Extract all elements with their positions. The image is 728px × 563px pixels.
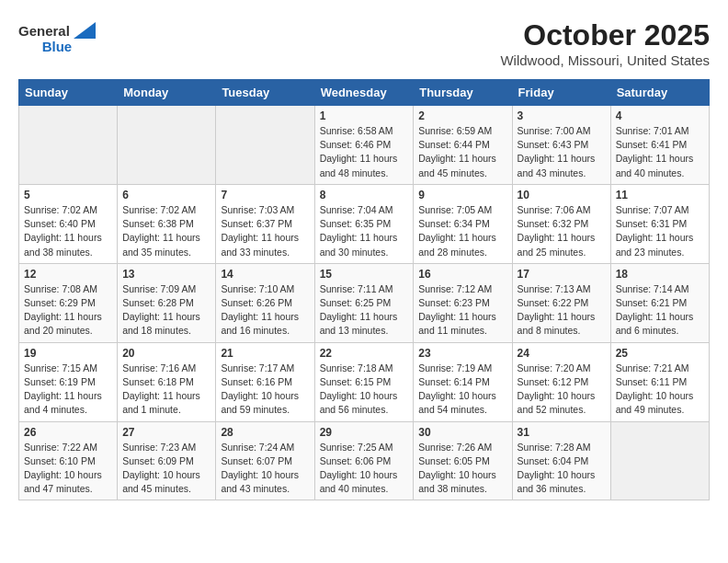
day-info: Sunrise: 7:06 AM Sunset: 6:32 PM Dayligh… (518, 203, 606, 259)
weekday-header-thursday: Thursday (414, 80, 512, 106)
calendar-header-row: SundayMondayTuesdayWednesdayThursdayFrid… (19, 80, 710, 106)
day-number: 9 (418, 189, 506, 201)
day-cell: 26Sunrise: 7:22 AM Sunset: 6:10 PM Dayli… (19, 421, 118, 500)
weekday-header-tuesday: Tuesday (216, 80, 314, 106)
day-info: Sunrise: 7:26 AM Sunset: 6:05 PM Dayligh… (418, 441, 506, 497)
day-number: 10 (518, 189, 606, 201)
day-cell: 16Sunrise: 7:12 AM Sunset: 6:23 PM Dayli… (414, 263, 512, 342)
day-number: 28 (221, 426, 309, 439)
day-number: 14 (221, 268, 309, 281)
day-cell (610, 421, 709, 500)
day-info: Sunrise: 7:19 AM Sunset: 6:14 PM Dayligh… (418, 362, 506, 418)
logo-icon (74, 22, 96, 39)
logo: General Blue (18, 22, 96, 55)
day-info: Sunrise: 7:17 AM Sunset: 6:16 PM Dayligh… (221, 362, 309, 418)
day-number: 31 (518, 426, 606, 439)
day-number: 29 (320, 426, 409, 439)
day-cell: 2Sunrise: 6:59 AM Sunset: 6:44 PM Daylig… (414, 106, 512, 185)
day-cell: 7Sunrise: 7:03 AM Sunset: 6:37 PM Daylig… (216, 184, 314, 263)
day-cell (216, 106, 314, 185)
day-number: 24 (518, 347, 606, 360)
day-number: 20 (122, 347, 210, 360)
day-cell: 12Sunrise: 7:08 AM Sunset: 6:29 PM Dayli… (19, 263, 118, 342)
day-cell: 8Sunrise: 7:04 AM Sunset: 6:35 PM Daylig… (314, 184, 414, 263)
day-cell (19, 106, 118, 185)
day-cell: 28Sunrise: 7:24 AM Sunset: 6:07 PM Dayli… (216, 421, 314, 500)
day-info: Sunrise: 7:23 AM Sunset: 6:09 PM Dayligh… (122, 441, 210, 497)
day-number: 25 (616, 347, 704, 360)
day-info: Sunrise: 7:13 AM Sunset: 6:22 PM Dayligh… (518, 282, 606, 339)
day-info: Sunrise: 7:08 AM Sunset: 6:29 PM Dayligh… (24, 282, 112, 339)
day-cell: 19Sunrise: 7:15 AM Sunset: 6:19 PM Dayli… (19, 342, 118, 421)
day-cell: 4Sunrise: 7:01 AM Sunset: 6:41 PM Daylig… (610, 106, 709, 185)
weekday-header-friday: Friday (512, 80, 610, 106)
day-number: 21 (221, 347, 309, 360)
day-number: 1 (320, 109, 409, 122)
day-cell: 15Sunrise: 7:11 AM Sunset: 6:25 PM Dayli… (314, 263, 414, 342)
day-number: 18 (616, 268, 704, 281)
day-cell: 5Sunrise: 7:02 AM Sunset: 6:40 PM Daylig… (19, 184, 118, 263)
day-info: Sunrise: 7:18 AM Sunset: 6:15 PM Dayligh… (320, 362, 409, 418)
calendar-table: SundayMondayTuesdayWednesdayThursdayFrid… (18, 79, 710, 500)
day-number: 19 (24, 347, 112, 360)
weekday-header-wednesday: Wednesday (314, 80, 414, 106)
day-cell: 14Sunrise: 7:10 AM Sunset: 6:26 PM Dayli… (216, 263, 314, 342)
day-info: Sunrise: 7:10 AM Sunset: 6:26 PM Dayligh… (221, 282, 309, 339)
calendar-body: 1Sunrise: 6:58 AM Sunset: 6:46 PM Daylig… (19, 106, 710, 500)
day-info: Sunrise: 7:07 AM Sunset: 6:31 PM Dayligh… (616, 203, 704, 259)
day-cell: 18Sunrise: 7:14 AM Sunset: 6:21 PM Dayli… (610, 263, 709, 342)
logo-general-text: General (18, 23, 70, 39)
day-cell: 6Sunrise: 7:02 AM Sunset: 6:38 PM Daylig… (118, 184, 216, 263)
day-info: Sunrise: 7:02 AM Sunset: 6:38 PM Dayligh… (122, 203, 210, 259)
day-info: Sunrise: 7:28 AM Sunset: 6:04 PM Dayligh… (518, 441, 606, 497)
day-cell: 20Sunrise: 7:16 AM Sunset: 6:18 PM Dayli… (118, 342, 216, 421)
week-row-4: 19Sunrise: 7:15 AM Sunset: 6:19 PM Dayli… (19, 342, 710, 421)
day-info: Sunrise: 7:02 AM Sunset: 6:40 PM Dayligh… (24, 203, 112, 259)
day-info: Sunrise: 7:20 AM Sunset: 6:12 PM Dayligh… (518, 362, 606, 418)
day-info: Sunrise: 6:59 AM Sunset: 6:44 PM Dayligh… (418, 124, 506, 180)
day-cell: 22Sunrise: 7:18 AM Sunset: 6:15 PM Dayli… (314, 342, 414, 421)
day-cell: 17Sunrise: 7:13 AM Sunset: 6:22 PM Dayli… (512, 263, 610, 342)
day-cell: 11Sunrise: 7:07 AM Sunset: 6:31 PM Dayli… (610, 184, 709, 263)
day-cell: 30Sunrise: 7:26 AM Sunset: 6:05 PM Dayli… (414, 421, 512, 500)
day-number: 3 (518, 109, 606, 122)
day-number: 6 (122, 189, 210, 201)
day-info: Sunrise: 7:11 AM Sunset: 6:25 PM Dayligh… (320, 282, 409, 339)
logo-blue-text: Blue (42, 39, 73, 54)
day-number: 8 (320, 189, 409, 201)
weekday-header-sunday: Sunday (19, 80, 118, 106)
week-row-2: 5Sunrise: 7:02 AM Sunset: 6:40 PM Daylig… (19, 184, 710, 263)
day-cell: 23Sunrise: 7:19 AM Sunset: 6:14 PM Dayli… (414, 342, 512, 421)
day-number: 12 (24, 268, 112, 281)
day-info: Sunrise: 7:25 AM Sunset: 6:06 PM Dayligh… (320, 441, 409, 497)
day-number: 2 (418, 109, 506, 122)
day-cell: 10Sunrise: 7:06 AM Sunset: 6:32 PM Dayli… (512, 184, 610, 263)
day-number: 4 (616, 109, 704, 122)
day-number: 22 (320, 347, 409, 360)
day-number: 17 (518, 268, 606, 281)
day-info: Sunrise: 7:00 AM Sunset: 6:43 PM Dayligh… (518, 124, 606, 180)
day-cell: 1Sunrise: 6:58 AM Sunset: 6:46 PM Daylig… (314, 106, 414, 185)
day-number: 7 (221, 189, 309, 201)
day-cell (118, 106, 216, 185)
day-info: Sunrise: 7:16 AM Sunset: 6:18 PM Dayligh… (122, 362, 210, 418)
day-cell: 31Sunrise: 7:28 AM Sunset: 6:04 PM Dayli… (512, 421, 610, 500)
day-number: 26 (24, 426, 112, 439)
day-info: Sunrise: 7:14 AM Sunset: 6:21 PM Dayligh… (616, 282, 704, 339)
day-info: Sunrise: 7:09 AM Sunset: 6:28 PM Dayligh… (122, 282, 210, 339)
day-info: Sunrise: 7:03 AM Sunset: 6:37 PM Dayligh… (221, 203, 309, 259)
week-row-1: 1Sunrise: 6:58 AM Sunset: 6:46 PM Daylig… (19, 106, 710, 185)
day-cell: 24Sunrise: 7:20 AM Sunset: 6:12 PM Dayli… (512, 342, 610, 421)
day-info: Sunrise: 7:22 AM Sunset: 6:10 PM Dayligh… (24, 441, 112, 497)
day-info: Sunrise: 7:01 AM Sunset: 6:41 PM Dayligh… (616, 124, 704, 180)
day-info: Sunrise: 7:24 AM Sunset: 6:07 PM Dayligh… (221, 441, 309, 497)
day-cell: 27Sunrise: 7:23 AM Sunset: 6:09 PM Dayli… (118, 421, 216, 500)
day-info: Sunrise: 7:12 AM Sunset: 6:23 PM Dayligh… (418, 282, 506, 339)
day-cell: 9Sunrise: 7:05 AM Sunset: 6:34 PM Daylig… (414, 184, 512, 263)
day-number: 23 (418, 347, 506, 360)
day-info: Sunrise: 7:21 AM Sunset: 6:11 PM Dayligh… (616, 362, 704, 418)
day-number: 11 (616, 189, 704, 201)
day-number: 27 (122, 426, 210, 439)
day-number: 5 (24, 189, 112, 201)
weekday-header-saturday: Saturday (610, 80, 709, 106)
